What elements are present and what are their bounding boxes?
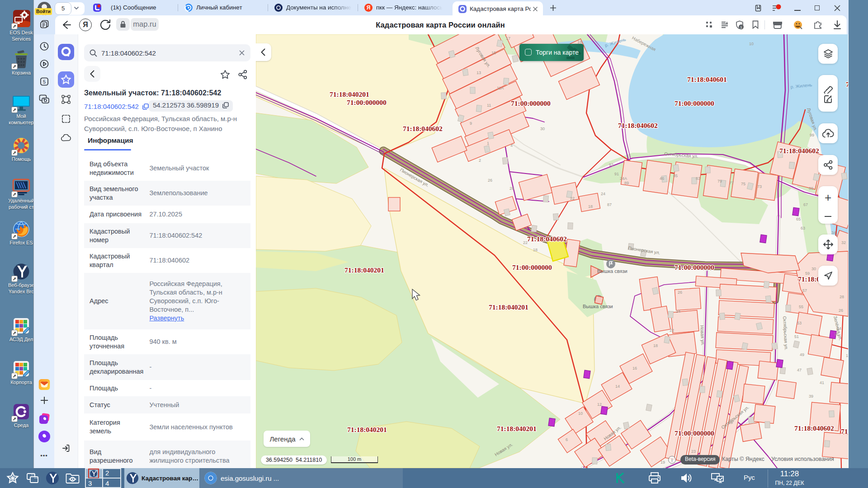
svg-text:71:18:040201: 71:18:040201	[347, 426, 387, 433]
svg-text:18: 18	[588, 204, 593, 209]
svg-text:71:18:040602: 71:18:040602	[779, 147, 819, 155]
svg-text:10: 10	[749, 42, 754, 46]
svg-text:47: 47	[797, 368, 802, 372]
svg-text:71:18:0: 71:18:0	[798, 275, 820, 283]
svg-text:39: 39	[809, 394, 813, 399]
svg-text:71:18:040602: 71:18:040602	[527, 235, 567, 243]
svg-text:Вышка связи: Вышка связи	[597, 268, 627, 274]
svg-text:46: 46	[660, 176, 664, 181]
svg-text:30: 30	[811, 267, 816, 271]
svg-text:26: 26	[488, 178, 492, 183]
svg-text:15: 15	[491, 51, 496, 55]
svg-text:71:0: 71:0	[846, 80, 848, 88]
svg-text:83: 83	[696, 176, 700, 181]
svg-text:17: 17	[506, 36, 510, 41]
svg-text:71:00:000000: 71:00:000000	[511, 99, 551, 107]
svg-text:19: 19	[660, 460, 665, 465]
svg-text:24А: 24А	[620, 176, 627, 181]
svg-text:6: 6	[566, 437, 568, 442]
svg-text:69: 69	[809, 186, 813, 191]
svg-text:71:18:040201: 71:18:040201	[497, 425, 537, 432]
svg-text:1: 1	[487, 141, 489, 145]
svg-text:24: 24	[601, 192, 605, 196]
svg-text:53: 53	[797, 321, 802, 325]
svg-text:73: 73	[757, 184, 762, 189]
svg-text:12: 12	[597, 402, 602, 407]
svg-text:11А: 11А	[497, 86, 504, 90]
svg-text:4: 4	[510, 143, 513, 148]
svg-text:16: 16	[632, 366, 637, 371]
svg-text:71:00:000000: 71:00:000000	[675, 263, 714, 271]
svg-text:28: 28	[840, 295, 844, 299]
svg-text:71:18:040602: 71:18:040602	[403, 125, 443, 132]
svg-text:71:18:040602: 71:18:040602	[794, 424, 834, 432]
svg-text:11: 11	[487, 103, 491, 108]
svg-text:30: 30	[540, 127, 545, 131]
svg-text:63: 63	[801, 226, 805, 230]
svg-text:13: 13	[476, 70, 481, 75]
svg-text:77: 77	[729, 181, 734, 185]
svg-text:5: 5	[42, 79, 45, 84]
svg-text:10: 10	[578, 411, 583, 416]
svg-text:87: 87	[607, 202, 612, 207]
svg-text:71:18:040201: 71:18:040201	[330, 90, 369, 98]
svg-text:71:00:000000: 71:00:000000	[675, 429, 714, 437]
svg-text:14: 14	[615, 384, 620, 389]
svg-text:18: 18	[653, 343, 658, 348]
svg-text:32: 32	[841, 240, 846, 245]
svg-text:1: 1	[740, 25, 742, 29]
svg-text:85: 85	[673, 174, 678, 178]
svg-text:57: 57	[802, 288, 807, 293]
svg-text:75: 75	[741, 182, 745, 186]
svg-text:26: 26	[678, 290, 682, 295]
svg-text:51: 51	[794, 334, 799, 339]
svg-text:71:00:000000: 71:00:000000	[347, 99, 387, 106]
svg-text:22: 22	[570, 196, 575, 201]
svg-text:23: 23	[691, 449, 696, 454]
svg-text:18: 18	[533, 248, 538, 252]
svg-text:71:00:000000: 71:00:000000	[512, 263, 552, 271]
svg-text:71:18:040602: 71:18:040602	[618, 122, 658, 129]
svg-text:71:00:000000: 71:00:000000	[675, 99, 714, 107]
svg-text:91: 91	[614, 172, 619, 176]
svg-text:89: 89	[624, 181, 629, 185]
svg-text:9: 9	[470, 121, 472, 126]
svg-text:Вышка связи: Вышка связи	[583, 304, 613, 309]
svg-text:71:18:040201: 71:18:040201	[344, 266, 384, 274]
svg-text:28: 28	[509, 186, 514, 191]
svg-text:65: 65	[796, 217, 801, 221]
svg-text:22: 22	[670, 328, 674, 333]
svg-text:14: 14	[846, 353, 848, 358]
svg-text:24: 24	[837, 326, 841, 331]
svg-text:71:18:040201: 71:18:040201	[489, 303, 528, 311]
svg-text:29: 29	[728, 420, 733, 425]
svg-text:67: 67	[803, 202, 808, 207]
svg-text:16: 16	[834, 332, 839, 336]
svg-text:49: 49	[800, 352, 804, 357]
svg-text:24: 24	[676, 309, 680, 314]
svg-text:71:0: 71:0	[841, 427, 848, 435]
svg-text:26: 26	[839, 308, 843, 313]
svg-text:79: 79	[717, 179, 722, 183]
svg-text:2: 2	[479, 158, 481, 163]
svg-text:41: 41	[820, 380, 824, 385]
svg-text:55: 55	[799, 305, 803, 309]
svg-text:99: 99	[810, 133, 814, 137]
svg-text:71:18:040601: 71:18:040601	[687, 75, 727, 83]
svg-text:93: 93	[609, 163, 613, 167]
